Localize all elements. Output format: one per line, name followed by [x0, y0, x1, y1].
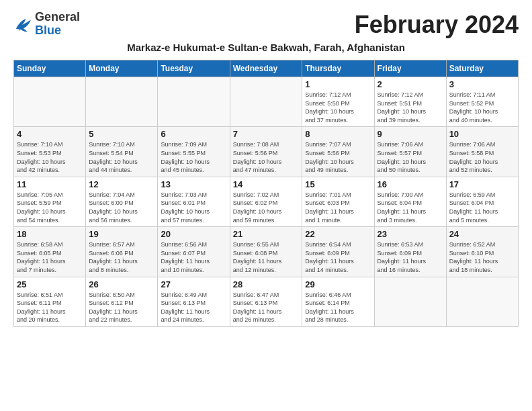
day-number: 18 — [17, 229, 83, 239]
day-info: Sunrise: 6:50 AM Sunset: 6:12 PM Dayligh… — [89, 291, 154, 324]
day-number: 11 — [17, 179, 83, 189]
calendar-cell: 23Sunrise: 6:53 AM Sunset: 6:09 PM Dayli… — [374, 227, 446, 277]
day-number: 6 — [161, 129, 226, 139]
day-number: 4 — [17, 129, 83, 139]
month-title: February 2024 — [355, 11, 519, 39]
day-number: 13 — [161, 179, 226, 189]
day-info: Sunrise: 7:06 AM Sunset: 5:57 PM Dayligh… — [378, 140, 443, 174]
day-number: 20 — [161, 229, 226, 239]
calendar-cell — [14, 77, 86, 127]
day-info: Sunrise: 6:46 AM Sunset: 6:14 PM Dayligh… — [305, 291, 371, 324]
logo: General Blue — [13, 11, 80, 38]
calendar-header-saturday: Saturday — [446, 60, 518, 77]
day-info: Sunrise: 7:12 AM Sunset: 5:50 PM Dayligh… — [305, 91, 371, 124]
day-info: Sunrise: 7:01 AM Sunset: 6:03 PM Dayligh… — [305, 191, 371, 224]
day-number: 19 — [89, 229, 154, 239]
day-info: Sunrise: 7:08 AM Sunset: 5:56 PM Dayligh… — [233, 140, 300, 174]
day-number: 1 — [305, 79, 371, 89]
day-info: Sunrise: 6:51 AM Sunset: 6:11 PM Dayligh… — [17, 291, 83, 324]
calendar-cell — [158, 77, 230, 127]
logo-text: General Blue — [35, 11, 80, 38]
calendar-cell: 18Sunrise: 6:58 AM Sunset: 6:05 PM Dayli… — [14, 227, 86, 277]
calendar-cell: 11Sunrise: 7:05 AM Sunset: 5:59 PM Dayli… — [14, 177, 86, 226]
calendar-cell: 9Sunrise: 7:06 AM Sunset: 5:57 PM Daylig… — [374, 127, 446, 177]
calendar-cell: 29Sunrise: 6:46 AM Sunset: 6:14 PM Dayli… — [302, 277, 374, 326]
calendar-header-friday: Friday — [374, 60, 446, 77]
day-info: Sunrise: 6:56 AM Sunset: 6:07 PM Dayligh… — [161, 240, 226, 274]
calendar-cell: 28Sunrise: 6:47 AM Sunset: 6:13 PM Dayli… — [230, 277, 302, 326]
calendar-header-monday: Monday — [86, 60, 158, 77]
day-info: Sunrise: 7:00 AM Sunset: 6:04 PM Dayligh… — [378, 191, 443, 224]
day-number: 15 — [305, 179, 371, 189]
calendar-week-row: 1Sunrise: 7:12 AM Sunset: 5:50 PM Daylig… — [14, 77, 519, 127]
day-number: 28 — [233, 279, 300, 289]
day-info: Sunrise: 6:59 AM Sunset: 6:04 PM Dayligh… — [449, 191, 515, 224]
day-number: 24 — [449, 229, 515, 239]
calendar-cell: 27Sunrise: 6:49 AM Sunset: 6:13 PM Dayli… — [158, 277, 230, 326]
day-number: 22 — [305, 229, 371, 239]
day-number: 2 — [378, 79, 443, 89]
day-number: 25 — [17, 279, 83, 289]
day-number: 7 — [233, 129, 300, 139]
calendar: SundayMondayTuesdayWednesdayThursdayFrid… — [13, 60, 519, 327]
day-number: 23 — [378, 229, 443, 239]
day-number: 3 — [449, 79, 515, 89]
day-info: Sunrise: 7:10 AM Sunset: 5:53 PM Dayligh… — [17, 140, 83, 174]
calendar-header-sunday: Sunday — [14, 60, 86, 77]
calendar-cell: 7Sunrise: 7:08 AM Sunset: 5:56 PM Daylig… — [230, 127, 302, 177]
calendar-cell: 14Sunrise: 7:02 AM Sunset: 6:02 PM Dayli… — [230, 177, 302, 226]
calendar-week-row: 18Sunrise: 6:58 AM Sunset: 6:05 PM Dayli… — [14, 227, 519, 277]
calendar-cell: 13Sunrise: 7:03 AM Sunset: 6:01 PM Dayli… — [158, 177, 230, 226]
day-info: Sunrise: 7:11 AM Sunset: 5:52 PM Dayligh… — [449, 91, 515, 124]
calendar-cell: 8Sunrise: 7:07 AM Sunset: 5:56 PM Daylig… — [302, 127, 374, 177]
calendar-cell: 20Sunrise: 6:56 AM Sunset: 6:07 PM Dayli… — [158, 227, 230, 277]
day-number: 27 — [161, 279, 226, 289]
day-info: Sunrise: 7:05 AM Sunset: 5:59 PM Dayligh… — [17, 191, 83, 224]
calendar-cell — [86, 77, 158, 127]
day-number: 17 — [449, 179, 515, 189]
day-info: Sunrise: 6:54 AM Sunset: 6:09 PM Dayligh… — [305, 240, 371, 274]
day-number: 29 — [305, 279, 371, 289]
calendar-cell: 17Sunrise: 6:59 AM Sunset: 6:04 PM Dayli… — [446, 177, 518, 226]
day-info: Sunrise: 6:53 AM Sunset: 6:09 PM Dayligh… — [378, 240, 443, 274]
calendar-cell: 3Sunrise: 7:11 AM Sunset: 5:52 PM Daylig… — [446, 77, 518, 127]
day-info: Sunrise: 6:52 AM Sunset: 6:10 PM Dayligh… — [449, 240, 515, 274]
calendar-header-thursday: Thursday — [302, 60, 374, 77]
day-info: Sunrise: 6:49 AM Sunset: 6:13 PM Dayligh… — [161, 291, 226, 324]
day-number: 14 — [233, 179, 300, 189]
calendar-header-wednesday: Wednesday — [230, 60, 302, 77]
calendar-cell: 16Sunrise: 7:00 AM Sunset: 6:04 PM Dayli… — [374, 177, 446, 226]
day-info: Sunrise: 6:55 AM Sunset: 6:08 PM Dayligh… — [233, 240, 300, 274]
day-number: 9 — [378, 129, 443, 139]
calendar-cell: 1Sunrise: 7:12 AM Sunset: 5:50 PM Daylig… — [302, 77, 374, 127]
calendar-cell — [230, 77, 302, 127]
calendar-cell: 22Sunrise: 6:54 AM Sunset: 6:09 PM Dayli… — [302, 227, 374, 277]
day-info: Sunrise: 6:57 AM Sunset: 6:06 PM Dayligh… — [89, 240, 154, 274]
day-number: 12 — [89, 179, 154, 189]
day-number: 10 — [449, 129, 515, 139]
calendar-cell: 6Sunrise: 7:09 AM Sunset: 5:55 PM Daylig… — [158, 127, 230, 177]
day-number: 21 — [233, 229, 300, 239]
calendar-week-row: 25Sunrise: 6:51 AM Sunset: 6:11 PM Dayli… — [14, 277, 519, 326]
day-number: 8 — [305, 129, 371, 139]
day-info: Sunrise: 7:06 AM Sunset: 5:58 PM Dayligh… — [449, 140, 515, 174]
day-info: Sunrise: 6:47 AM Sunset: 6:13 PM Dayligh… — [233, 291, 300, 324]
day-info: Sunrise: 7:07 AM Sunset: 5:56 PM Dayligh… — [305, 140, 371, 174]
calendar-cell: 26Sunrise: 6:50 AM Sunset: 6:12 PM Dayli… — [86, 277, 158, 326]
calendar-week-row: 11Sunrise: 7:05 AM Sunset: 5:59 PM Dayli… — [14, 177, 519, 226]
day-info: Sunrise: 7:02 AM Sunset: 6:02 PM Dayligh… — [233, 191, 300, 224]
calendar-week-row: 4Sunrise: 7:10 AM Sunset: 5:53 PM Daylig… — [14, 127, 519, 177]
calendar-cell — [446, 277, 518, 326]
calendar-cell — [374, 277, 446, 326]
calendar-cell: 24Sunrise: 6:52 AM Sunset: 6:10 PM Dayli… — [446, 227, 518, 277]
calendar-cell: 25Sunrise: 6:51 AM Sunset: 6:11 PM Dayli… — [14, 277, 86, 326]
bird-icon — [13, 16, 32, 32]
calendar-cell: 19Sunrise: 6:57 AM Sunset: 6:06 PM Dayli… — [86, 227, 158, 277]
calendar-cell: 4Sunrise: 7:10 AM Sunset: 5:53 PM Daylig… — [14, 127, 86, 177]
calendar-cell: 12Sunrise: 7:04 AM Sunset: 6:00 PM Dayli… — [86, 177, 158, 226]
day-info: Sunrise: 6:58 AM Sunset: 6:05 PM Dayligh… — [17, 240, 83, 274]
calendar-header-row: SundayMondayTuesdayWednesdayThursdayFrid… — [14, 60, 519, 77]
day-number: 16 — [378, 179, 443, 189]
day-info: Sunrise: 7:03 AM Sunset: 6:01 PM Dayligh… — [161, 191, 226, 224]
calendar-body: 1Sunrise: 7:12 AM Sunset: 5:50 PM Daylig… — [14, 77, 519, 327]
